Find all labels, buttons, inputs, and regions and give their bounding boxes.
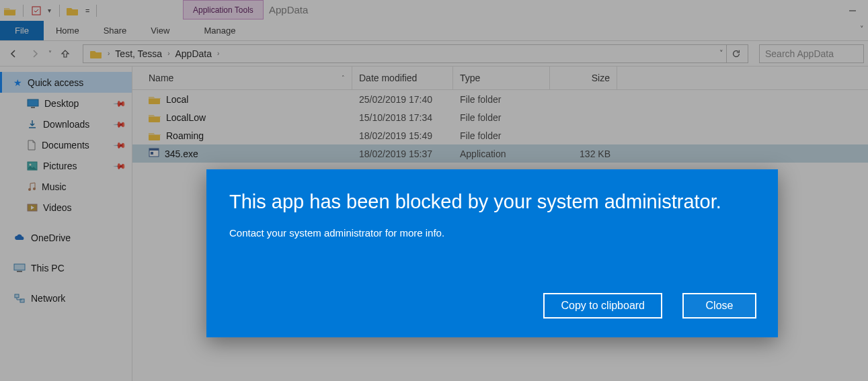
svg-point-7 [33, 187, 36, 190]
svg-rect-10 [17, 271, 22, 272]
pin-icon: 📌 [113, 138, 127, 152]
file-date: 25/02/2019 17:40 [352, 94, 453, 105]
file-size: 132 KB [550, 149, 617, 159]
svg-point-5 [30, 163, 32, 165]
svg-rect-3 [31, 107, 35, 108]
new-folder-icon[interactable] [67, 5, 79, 17]
svg-rect-0 [32, 7, 40, 15]
ribbon-expand-icon[interactable]: ˅ [860, 25, 864, 34]
file-name: 345.exe [165, 149, 198, 159]
nav-videos[interactable]: Videos [0, 197, 132, 218]
sort-asc-icon: ˄ [342, 75, 345, 81]
title-qat-equals: = [83, 7, 89, 15]
folder-icon [149, 113, 161, 122]
forward-button[interactable] [26, 44, 44, 63]
refresh-button[interactable] [726, 44, 745, 63]
breadcrumb-root-icon[interactable] [86, 49, 106, 58]
svg-rect-15 [151, 152, 153, 155]
file-row[interactable]: 345.exe18/02/2019 15:37Application132 KB [132, 144, 868, 163]
nav-onedrive[interactable]: OneDrive [0, 227, 132, 248]
application-icon [149, 147, 159, 160]
nav-documents[interactable]: Documents📌 [0, 134, 132, 155]
tab-file[interactable]: File [0, 21, 44, 40]
folder-icon [4, 5, 16, 17]
folder-icon [149, 131, 161, 140]
back-button[interactable] [4, 44, 23, 63]
tab-view[interactable]: View [139, 21, 182, 40]
pin-icon: 📌 [113, 117, 127, 131]
properties-icon[interactable] [30, 5, 42, 17]
blocked-app-dialog: This app has been blocked by your system… [206, 169, 778, 337]
title-bar: ▾ = Application Tools AppData [0, 0, 868, 21]
chevron-right-icon[interactable]: › [216, 50, 221, 57]
file-name: Roaming [166, 130, 204, 141]
pin-icon: 📌 [113, 159, 127, 173]
videos-icon [27, 204, 38, 212]
column-name[interactable]: Name˄ [132, 67, 352, 89]
nav-desktop[interactable]: Desktop📌 [0, 93, 132, 114]
contextual-tab-application-tools[interactable]: Application Tools [183, 0, 264, 19]
close-button[interactable]: Close [682, 293, 756, 319]
file-row[interactable]: Local25/02/2019 17:40File folder [132, 90, 868, 108]
address-dropdown-icon[interactable]: ˅ [719, 49, 726, 58]
history-dropdown-icon[interactable]: ˅ [47, 50, 53, 57]
up-button[interactable] [56, 44, 75, 63]
tab-share[interactable]: Share [91, 21, 139, 40]
quick-access-toolbar: ▾ = [0, 5, 104, 17]
file-row[interactable]: Roaming18/02/2019 15:49File folder [132, 126, 868, 144]
folder-icon [149, 95, 161, 104]
navigation-pane: ★ Quick access Desktop📌 Downloads📌 Docum… [0, 67, 132, 381]
search-input[interactable]: Search AppData [759, 44, 864, 63]
column-size[interactable]: Size [550, 67, 617, 89]
svg-rect-14 [149, 149, 159, 151]
file-date: 18/02/2019 15:37 [352, 149, 453, 159]
nav-network[interactable]: Network [0, 288, 132, 308]
nav-pictures[interactable]: Pictures📌 [0, 155, 132, 176]
file-type: File folder [453, 112, 550, 123]
music-icon [27, 181, 36, 192]
file-type: Application [453, 149, 550, 159]
file-type: File folder [453, 130, 550, 141]
column-type[interactable]: Type [453, 67, 550, 89]
minimize-button[interactable] [837, 0, 868, 21]
svg-rect-2 [28, 99, 38, 106]
dialog-heading: This app has been blocked by your system… [229, 189, 755, 215]
downloads-icon [27, 119, 38, 130]
nav-music[interactable]: Music [0, 176, 132, 197]
file-date: 18/02/2019 15:49 [352, 130, 453, 141]
pc-icon [13, 263, 26, 273]
svg-point-6 [28, 188, 31, 191]
qat-dropdown-icon[interactable]: ▾ [46, 7, 52, 14]
cloud-icon [13, 234, 26, 242]
ribbon-tabs: File Home Share View Manage ˅ [0, 21, 868, 41]
file-date: 15/10/2018 17:34 [352, 112, 453, 123]
copy-to-clipboard-button[interactable]: Copy to clipboard [543, 293, 662, 319]
pictures-icon [27, 161, 38, 171]
column-date-modified[interactable]: Date modified [352, 67, 453, 89]
chevron-right-icon[interactable]: › [166, 50, 171, 57]
documents-icon [27, 140, 36, 151]
window-title: AppData [269, 4, 308, 15]
file-name: Local [166, 94, 188, 105]
address-bar-row: ˅ › Test, Tessa › AppData › ˅ Search App… [0, 41, 868, 67]
breadcrumb-segment[interactable]: Test, Tessa [111, 48, 166, 59]
network-icon [13, 294, 26, 303]
nav-this-pc[interactable]: This PC [0, 257, 132, 278]
file-row[interactable]: LocalLow15/10/2018 17:34File folder [132, 108, 868, 126]
svg-rect-9 [14, 264, 25, 270]
star-icon: ★ [13, 77, 22, 88]
tab-manage[interactable]: Manage [183, 21, 257, 39]
file-type: File folder [453, 94, 550, 105]
pin-icon: 📌 [113, 96, 127, 110]
breadcrumb-segment[interactable]: AppData [171, 48, 215, 59]
svg-rect-11 [15, 294, 19, 298]
column-headers: Name˄ Date modified Type Size [132, 67, 868, 90]
breadcrumb[interactable]: › Test, Tessa › AppData › ˅ [83, 44, 748, 63]
nav-downloads[interactable]: Downloads📌 [0, 114, 132, 134]
nav-quick-access[interactable]: ★ Quick access [0, 72, 132, 93]
dialog-body: Contact your system administrator for mo… [229, 227, 755, 239]
desktop-icon [27, 99, 39, 108]
chevron-right-icon[interactable]: › [106, 50, 111, 57]
file-name: LocalLow [166, 112, 206, 123]
tab-home[interactable]: Home [44, 21, 91, 40]
